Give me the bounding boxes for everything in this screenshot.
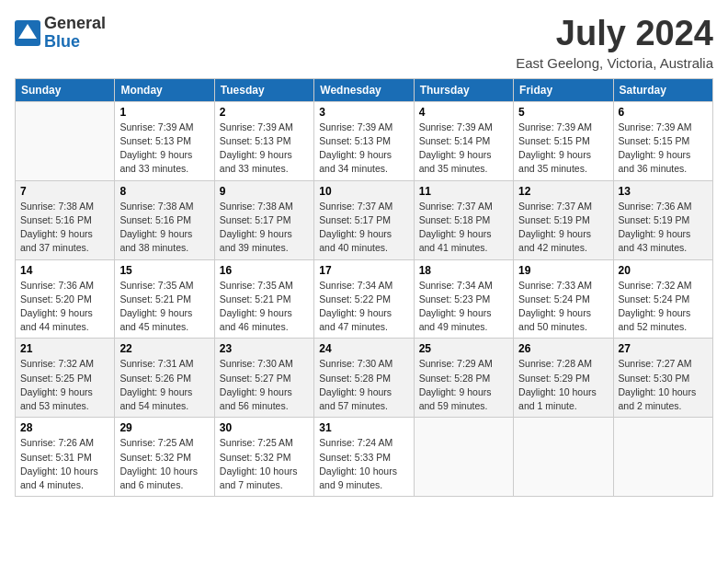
- calendar-cell: 6Sunrise: 7:39 AMSunset: 5:15 PMDaylight…: [613, 101, 712, 180]
- day-info: Sunrise: 7:33 AMSunset: 5:24 PMDaylight:…: [518, 279, 608, 335]
- calendar-cell: 5Sunrise: 7:39 AMSunset: 5:15 PMDaylight…: [514, 101, 613, 180]
- day-info: Sunrise: 7:26 AMSunset: 5:31 PMDaylight:…: [20, 436, 109, 492]
- day-number: 21: [20, 342, 109, 355]
- day-number: 18: [419, 264, 508, 277]
- calendar-week-row: 7Sunrise: 7:38 AMSunset: 5:16 PMDaylight…: [16, 180, 713, 259]
- day-info: Sunrise: 7:27 AMSunset: 5:30 PMDaylight:…: [619, 357, 708, 413]
- day-number: 17: [319, 264, 408, 277]
- day-info: Sunrise: 7:39 AMSunset: 5:13 PMDaylight:…: [119, 121, 209, 177]
- calendar-cell: 17Sunrise: 7:34 AMSunset: 5:22 PMDayligh…: [314, 259, 414, 339]
- day-number: 1: [119, 106, 209, 119]
- day-info: Sunrise: 7:32 AMSunset: 5:25 PMDaylight:…: [20, 357, 109, 413]
- day-info: Sunrise: 7:31 AMSunset: 5:26 PMDaylight:…: [119, 357, 209, 413]
- day-number: 30: [220, 421, 309, 434]
- calendar-cell: 2Sunrise: 7:39 AMSunset: 5:13 PMDaylight…: [214, 101, 313, 180]
- day-number: 15: [119, 264, 209, 277]
- calendar-cell: 29Sunrise: 7:25 AMSunset: 5:32 PMDayligh…: [115, 418, 214, 497]
- col-header-thursday: Thursday: [414, 78, 513, 101]
- calendar-cell: 13Sunrise: 7:36 AMSunset: 5:19 PMDayligh…: [613, 180, 712, 259]
- calendar-cell: 21Sunrise: 7:32 AMSunset: 5:25 PMDayligh…: [16, 339, 115, 418]
- day-number: 11: [419, 185, 508, 198]
- calendar-cell: [414, 418, 513, 497]
- calendar-cell: 10Sunrise: 7:37 AMSunset: 5:17 PMDayligh…: [314, 180, 414, 259]
- month-title: July 2024: [516, 15, 713, 53]
- day-info: Sunrise: 7:34 AMSunset: 5:22 PMDaylight:…: [319, 279, 408, 335]
- calendar-cell: 18Sunrise: 7:34 AMSunset: 5:23 PMDayligh…: [414, 259, 513, 339]
- day-info: Sunrise: 7:35 AMSunset: 5:21 PMDaylight:…: [119, 279, 209, 335]
- calendar-cell: 4Sunrise: 7:39 AMSunset: 5:14 PMDaylight…: [414, 101, 513, 180]
- day-info: Sunrise: 7:37 AMSunset: 5:17 PMDaylight:…: [319, 200, 408, 256]
- day-number: 25: [419, 342, 508, 355]
- day-number: 28: [20, 421, 109, 434]
- calendar-cell: 23Sunrise: 7:30 AMSunset: 5:27 PMDayligh…: [214, 339, 313, 418]
- calendar-cell: 12Sunrise: 7:37 AMSunset: 5:19 PMDayligh…: [514, 180, 613, 259]
- calendar-cell: 25Sunrise: 7:29 AMSunset: 5:28 PMDayligh…: [414, 339, 513, 418]
- day-info: Sunrise: 7:38 AMSunset: 5:16 PMDaylight:…: [119, 200, 209, 256]
- day-info: Sunrise: 7:39 AMSunset: 5:15 PMDaylight:…: [619, 121, 708, 177]
- day-number: 24: [319, 342, 408, 355]
- col-header-saturday: Saturday: [613, 78, 712, 101]
- calendar-cell: 24Sunrise: 7:30 AMSunset: 5:28 PMDayligh…: [314, 339, 414, 418]
- calendar-cell: 31Sunrise: 7:24 AMSunset: 5:33 PMDayligh…: [314, 418, 414, 497]
- day-info: Sunrise: 7:39 AMSunset: 5:13 PMDaylight:…: [220, 121, 309, 177]
- day-info: Sunrise: 7:29 AMSunset: 5:28 PMDaylight:…: [419, 357, 508, 413]
- day-info: Sunrise: 7:39 AMSunset: 5:15 PMDaylight:…: [518, 121, 608, 177]
- day-number: 29: [119, 421, 209, 434]
- day-info: Sunrise: 7:30 AMSunset: 5:27 PMDaylight:…: [220, 357, 309, 413]
- calendar-cell: 30Sunrise: 7:25 AMSunset: 5:32 PMDayligh…: [214, 418, 313, 497]
- calendar-cell: 20Sunrise: 7:32 AMSunset: 5:24 PMDayligh…: [613, 259, 712, 339]
- day-number: 27: [619, 342, 708, 355]
- calendar-cell: 11Sunrise: 7:37 AMSunset: 5:18 PMDayligh…: [414, 180, 513, 259]
- day-number: 23: [220, 342, 309, 355]
- day-number: 19: [518, 264, 608, 277]
- day-info: Sunrise: 7:25 AMSunset: 5:32 PMDaylight:…: [220, 436, 309, 492]
- day-info: Sunrise: 7:37 AMSunset: 5:19 PMDaylight:…: [518, 200, 608, 256]
- day-number: 8: [119, 185, 209, 198]
- calendar-cell: 15Sunrise: 7:35 AMSunset: 5:21 PMDayligh…: [115, 259, 214, 339]
- day-info: Sunrise: 7:37 AMSunset: 5:18 PMDaylight:…: [419, 200, 508, 256]
- day-info: Sunrise: 7:32 AMSunset: 5:24 PMDaylight:…: [619, 279, 708, 335]
- day-info: Sunrise: 7:24 AMSunset: 5:33 PMDaylight:…: [319, 436, 408, 492]
- calendar-cell: 22Sunrise: 7:31 AMSunset: 5:26 PMDayligh…: [115, 339, 214, 418]
- day-info: Sunrise: 7:38 AMSunset: 5:16 PMDaylight:…: [20, 200, 109, 256]
- calendar-week-row: 1Sunrise: 7:39 AMSunset: 5:13 PMDaylight…: [16, 101, 713, 180]
- day-info: Sunrise: 7:39 AMSunset: 5:13 PMDaylight:…: [319, 121, 408, 177]
- day-number: 5: [518, 106, 608, 119]
- logo: General Blue: [15, 15, 106, 52]
- logo-text: General Blue: [44, 15, 106, 52]
- day-info: Sunrise: 7:36 AMSunset: 5:20 PMDaylight:…: [20, 279, 109, 335]
- calendar-cell: 27Sunrise: 7:27 AMSunset: 5:30 PMDayligh…: [613, 339, 712, 418]
- calendar-week-row: 21Sunrise: 7:32 AMSunset: 5:25 PMDayligh…: [16, 339, 713, 418]
- calendar-cell: 9Sunrise: 7:38 AMSunset: 5:17 PMDaylight…: [214, 180, 313, 259]
- calendar-cell: 3Sunrise: 7:39 AMSunset: 5:13 PMDaylight…: [314, 101, 414, 180]
- calendar-cell: [514, 418, 613, 497]
- calendar-header-row: SundayMondayTuesdayWednesdayThursdayFrid…: [16, 78, 713, 101]
- day-info: Sunrise: 7:28 AMSunset: 5:29 PMDaylight:…: [518, 357, 608, 413]
- calendar-cell: 1Sunrise: 7:39 AMSunset: 5:13 PMDaylight…: [115, 101, 214, 180]
- day-number: 16: [220, 264, 309, 277]
- calendar-week-row: 28Sunrise: 7:26 AMSunset: 5:31 PMDayligh…: [16, 418, 713, 497]
- calendar-cell: 14Sunrise: 7:36 AMSunset: 5:20 PMDayligh…: [16, 259, 115, 339]
- day-number: 31: [319, 421, 408, 434]
- day-number: 3: [319, 106, 408, 119]
- col-header-friday: Friday: [514, 78, 613, 101]
- day-number: 7: [20, 185, 109, 198]
- calendar-cell: 16Sunrise: 7:35 AMSunset: 5:21 PMDayligh…: [214, 259, 313, 339]
- location-title: East Geelong, Victoria, Australia: [516, 55, 713, 71]
- day-number: 10: [319, 185, 408, 198]
- day-number: 26: [518, 342, 608, 355]
- calendar-cell: 28Sunrise: 7:26 AMSunset: 5:31 PMDayligh…: [16, 418, 115, 497]
- day-number: 4: [419, 106, 508, 119]
- day-number: 6: [619, 106, 708, 119]
- day-info: Sunrise: 7:30 AMSunset: 5:28 PMDaylight:…: [319, 357, 408, 413]
- day-info: Sunrise: 7:35 AMSunset: 5:21 PMDaylight:…: [220, 279, 309, 335]
- calendar-cell: [16, 101, 115, 180]
- calendar-week-row: 14Sunrise: 7:36 AMSunset: 5:20 PMDayligh…: [16, 259, 713, 339]
- day-info: Sunrise: 7:34 AMSunset: 5:23 PMDaylight:…: [419, 279, 508, 335]
- calendar-table: SundayMondayTuesdayWednesdayThursdayFrid…: [15, 78, 713, 497]
- calendar-cell: 19Sunrise: 7:33 AMSunset: 5:24 PMDayligh…: [514, 259, 613, 339]
- day-info: Sunrise: 7:39 AMSunset: 5:14 PMDaylight:…: [419, 121, 508, 177]
- day-number: 13: [619, 185, 708, 198]
- day-number: 2: [220, 106, 309, 119]
- day-info: Sunrise: 7:36 AMSunset: 5:19 PMDaylight:…: [619, 200, 708, 256]
